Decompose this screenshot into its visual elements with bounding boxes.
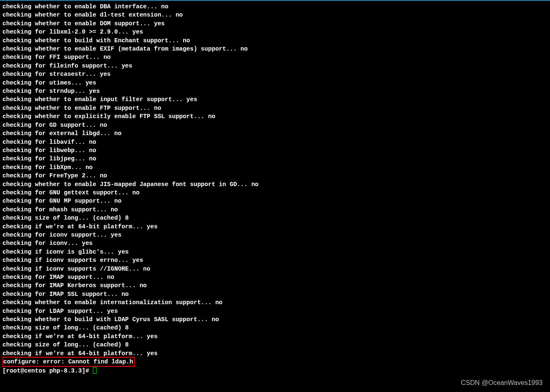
watermark-text: CSDN @OceanWaves1993	[461, 379, 543, 387]
terminal-line: checking for FreeType 2... no	[2, 172, 548, 180]
terminal-line: checking for iconv support... yes	[2, 231, 548, 239]
terminal-line: checking for strndup... yes	[2, 87, 548, 95]
terminal-line: checking for IMAP SSL support... no	[2, 290, 548, 298]
cursor-icon	[93, 367, 97, 374]
terminal-line: checking for LDAP support... yes	[2, 307, 548, 315]
terminal-line: checking if we're at 64-bit platform... …	[2, 349, 548, 358]
terminal-line: checking if iconv is glibc's... yes	[2, 248, 548, 256]
terminal-line: checking whether to build with Enchant s…	[2, 36, 548, 45]
terminal-line: checking for libwebp... no	[2, 146, 548, 155]
terminal-line: checking for fileinfo support... yes	[2, 62, 548, 70]
terminal-line: checking for GD support... no	[2, 121, 548, 129]
terminal-line: checking size of long... (cached) 8	[2, 341, 548, 349]
terminal-line: checking for utimes... yes	[2, 79, 548, 87]
terminal-line: checking whether to enable EXIF (metadat…	[2, 45, 548, 53]
terminal-line: checking whether to build with LDAP Cyru…	[2, 315, 548, 324]
terminal-line: checking if we're at 64-bit platform... …	[2, 332, 548, 341]
terminal-line: checking whether to enable FTP support..…	[2, 104, 548, 112]
terminal-line: checking if iconv supports //IGNORE... n…	[2, 265, 548, 273]
terminal-line: checking for external libgd... no	[2, 129, 548, 138]
terminal-line: checking whether to enable input filter …	[2, 95, 548, 104]
terminal-line: checking if we're at 64-bit platform... …	[2, 223, 548, 231]
terminal-line: checking for IMAP support... no	[2, 273, 548, 281]
terminal-line: checking size of long... (cached) 8	[2, 324, 548, 332]
terminal-line: checking whether to enable DOM support..…	[2, 19, 548, 28]
prompt-text: [root@centos php-8.3.3]#	[2, 368, 93, 374]
terminal-line: checking whether to enable JIS-mapped Ja…	[2, 180, 548, 189]
terminal-line: checking size of long... (cached) 8	[2, 214, 548, 222]
terminal-line: checking for FFI support... no	[2, 53, 548, 61]
terminal-line: checking whether to enable DBA interface…	[2, 2, 548, 11]
terminal-line: checking for GNU MP support... no	[2, 197, 548, 205]
terminal-line: checking for libavif... no	[2, 138, 548, 146]
terminal-line: checking for iconv... yes	[2, 239, 548, 247]
terminal-output[interactable]: checking whether to enable DBA interface…	[2, 2, 548, 375]
terminal-line: checking for libxml-2.0 >= 2.9.0... yes	[2, 28, 548, 36]
terminal-line: checking whether to explicitly enable FT…	[2, 112, 548, 121]
terminal-line: checking whether to enable international…	[2, 298, 548, 307]
error-line-highlight: configure: error: Cannot find ldap.h	[2, 357, 135, 367]
shell-prompt[interactable]: [root@centos php-8.3.3]#	[2, 367, 548, 375]
terminal-line: checking whether to enable dl-test exten…	[2, 11, 548, 19]
terminal-line: checking if iconv supports errno... yes	[2, 256, 548, 264]
terminal-line: checking for strcasestr... yes	[2, 70, 548, 78]
terminal-line: checking for libXpm... no	[2, 163, 548, 172]
terminal-line: checking for GNU gettext support... no	[2, 189, 548, 197]
terminal-line: checking for libjpeg... no	[2, 155, 548, 163]
terminal-line: checking for mhash support... no	[2, 206, 548, 214]
terminal-line: checking for IMAP Kerberos support... no	[2, 281, 548, 290]
